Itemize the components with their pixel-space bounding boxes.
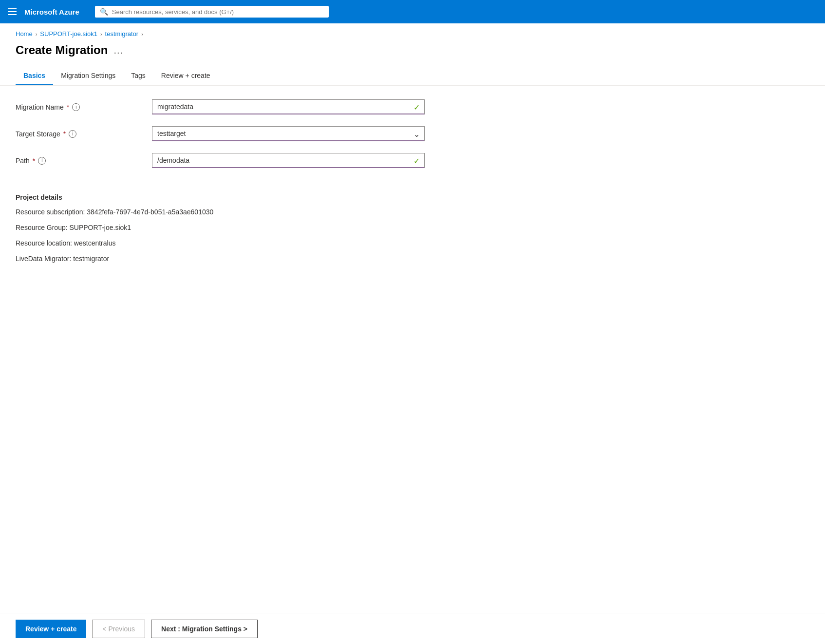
target-storage-select[interactable]: testtarget [152,126,425,141]
target-storage-label-col: Target Storage * i [16,130,152,138]
project-migrator: LiveData Migrator: testmigrator [16,255,809,263]
tabs-container: Basics Migration Settings Tags Review + … [0,57,825,86]
page-title: Create Migration [16,43,108,57]
more-options-icon[interactable]: ... [113,45,123,56]
path-input[interactable] [152,153,425,168]
target-storage-row: Target Storage * i testtarget ⌄ [16,126,809,141]
project-subscription: Resource subscription: 3842fefa-7697-4e7… [16,208,809,216]
project-location: Resource location: westcentralus [16,239,809,247]
migration-name-label: Migration Name [16,103,64,111]
breadcrumb-resource-group[interactable]: SUPPORT-joe.siok1 [40,30,97,38]
breadcrumb-sep-3: › [141,31,143,37]
breadcrumb-sep-2: › [100,31,102,37]
page-header: Create Migration ... [0,39,825,57]
breadcrumb-resource[interactable]: testmigrator [105,30,139,38]
migration-name-label-col: Migration Name * i [16,103,152,111]
target-storage-info-icon[interactable]: i [69,130,76,138]
migration-name-control: ✓ [152,99,425,114]
search-input[interactable] [112,8,324,16]
migration-name-required: * [67,103,69,111]
target-storage-label: Target Storage [16,130,60,138]
search-icon: 🔍 [100,8,108,16]
project-details: Project details Resource subscription: 3… [0,193,825,263]
migration-name-info-icon[interactable]: i [72,103,80,111]
path-label: Path [16,157,30,165]
project-details-title: Project details [16,193,809,201]
breadcrumb: Home › SUPPORT-joe.siok1 › testmigrator … [0,23,825,39]
migration-name-check-icon: ✓ [413,102,420,112]
hamburger-menu-icon[interactable] [8,8,17,15]
topbar: Microsoft Azure 🔍 [0,0,825,23]
tab-tags[interactable]: Tags [123,67,153,85]
migration-name-row: Migration Name * i ✓ [16,99,809,114]
project-resource-group: Resource Group: SUPPORT-joe.siok1 [16,224,809,231]
breadcrumb-home[interactable]: Home [16,30,33,38]
search-bar[interactable]: 🔍 [95,6,329,18]
path-control: ✓ [152,153,425,168]
target-storage-control: testtarget ⌄ [152,126,425,141]
app-title: Microsoft Azure [24,8,79,16]
path-required: * [33,157,35,165]
target-storage-required: * [63,130,66,138]
path-row: Path * i ✓ [16,153,809,168]
breadcrumb-sep-1: › [36,31,38,37]
path-info-icon[interactable]: i [38,157,46,165]
path-label-col: Path * i [16,157,152,165]
migration-name-input[interactable] [152,99,425,114]
tab-migration-settings[interactable]: Migration Settings [53,67,123,85]
tab-review-create[interactable]: Review + create [153,67,218,85]
form-area: Migration Name * i ✓ Target Storage * i … [0,86,825,193]
tab-basics[interactable]: Basics [16,67,53,85]
path-check-icon: ✓ [413,156,420,165]
